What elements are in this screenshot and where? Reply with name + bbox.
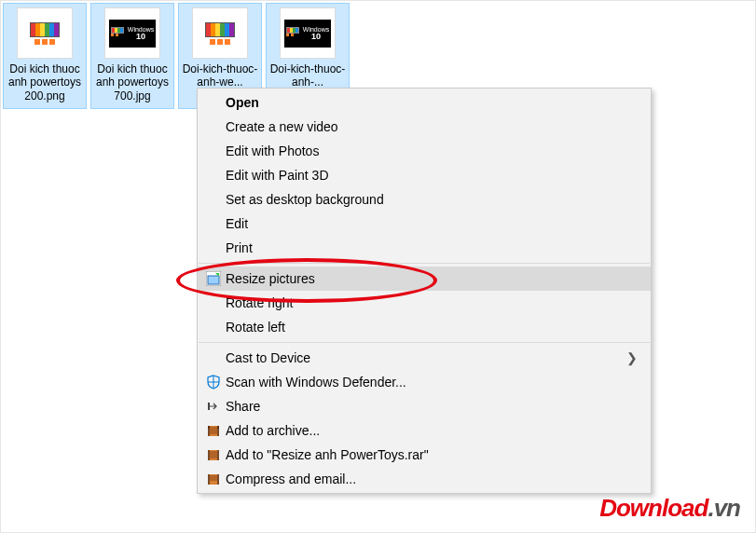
menu-open[interactable]: Open	[198, 90, 651, 115]
menu-label: Edit with Photos	[226, 144, 638, 158]
menu-windows-defender[interactable]: Scan with Windows Defender...	[198, 370, 651, 394]
menu-label: Print	[226, 240, 638, 255]
menu-label: Add to "Resize anh PowerToys.rar"	[226, 447, 638, 462]
file-thumbnail: Windows10	[104, 7, 160, 59]
menu-label: Open	[226, 95, 638, 110]
archive-icon	[201, 447, 226, 462]
watermark-logo: Download.vn	[599, 494, 740, 523]
watermark-part2: .vn	[708, 494, 740, 522]
menu-separator	[199, 342, 650, 343]
menu-label: Scan with Windows Defender...	[226, 375, 638, 390]
menu-add-to-archive[interactable]: Add to archive...	[198, 418, 651, 443]
menu-compress-email[interactable]: Compress and email...	[198, 467, 651, 491]
svg-rect-1	[208, 276, 219, 284]
menu-label: Set as desktop background	[226, 192, 638, 207]
menu-cast-to-device[interactable]: Cast to Device ❯	[198, 346, 651, 370]
menu-label: Share	[226, 399, 638, 414]
menu-label: Resize pictures	[226, 271, 638, 286]
menu-resize-pictures[interactable]: Resize pictures	[198, 266, 651, 291]
file-thumbnail	[192, 7, 248, 59]
menu-edit[interactable]: Edit	[198, 212, 651, 236]
menu-create-video[interactable]: Create a new video	[198, 115, 651, 139]
share-icon	[201, 399, 226, 414]
menu-separator	[199, 263, 650, 264]
file-item[interactable]: Windows10 Doi kich thuoc anh powertoys 7…	[90, 3, 174, 109]
file-thumbnail	[17, 7, 73, 59]
menu-label: Rotate left	[226, 320, 638, 335]
menu-label: Create a new video	[226, 119, 638, 134]
archive-icon	[201, 472, 226, 486]
file-label: Doi-kich-thuoc-anh-...	[268, 62, 347, 89]
menu-print[interactable]: Print	[198, 236, 651, 260]
menu-label: Rotate right	[226, 295, 638, 310]
svg-rect-2	[208, 403, 210, 410]
menu-label: Edit	[226, 216, 638, 231]
archive-icon	[201, 423, 226, 438]
menu-add-to-rar[interactable]: Add to "Resize anh PowerToys.rar"	[198, 443, 651, 467]
menu-label: Compress and email...	[226, 472, 638, 486]
chevron-right-icon: ❯	[626, 350, 638, 365]
file-item[interactable]: Doi kich thuoc anh powertoys 200.png	[3, 3, 87, 109]
shield-icon	[201, 375, 226, 390]
menu-label: Cast to Device	[226, 350, 626, 365]
file-label: Doi kich thuoc anh powertoys 200.png	[6, 62, 84, 102]
menu-rotate-left[interactable]: Rotate left	[198, 315, 651, 339]
menu-edit-paint3d[interactable]: Edit with Paint 3D	[198, 163, 651, 187]
watermark-part1: Download	[599, 494, 708, 522]
menu-share[interactable]: Share	[198, 394, 651, 418]
resize-icon	[201, 271, 226, 286]
file-label: Doi kich thuoc anh powertoys 700.jpg	[93, 62, 172, 102]
file-label: Doi-kich-thuoc-anh-we...	[181, 62, 259, 89]
menu-label: Edit with Paint 3D	[226, 168, 638, 183]
menu-label: Add to archive...	[226, 423, 638, 438]
menu-set-background[interactable]: Set as desktop background	[198, 187, 651, 212]
context-menu: Open Create a new video Edit with Photos…	[197, 88, 652, 494]
menu-rotate-right[interactable]: Rotate right	[198, 291, 651, 315]
file-thumbnail: Windows10	[280, 7, 336, 59]
menu-edit-photos[interactable]: Edit with Photos	[198, 139, 651, 163]
